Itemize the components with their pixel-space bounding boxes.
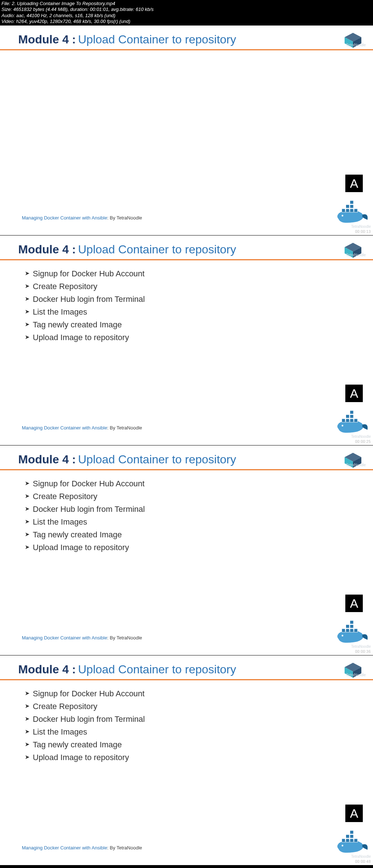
footer-link: Managing Docker Container with Ansible bbox=[22, 215, 107, 221]
list-item: Create Repository bbox=[25, 282, 373, 291]
timestamp: 00:00:36 bbox=[355, 650, 371, 654]
footer-by: : By TetraNoodle bbox=[107, 425, 142, 431]
slide-title: Module 4 : Upload Container to repositor… bbox=[0, 26, 373, 49]
bullet-list: Signup for Docker Hub Account Create Rep… bbox=[0, 260, 373, 342]
list-item: Signup for Docker Hub Account bbox=[25, 689, 373, 698]
svg-rect-17 bbox=[346, 419, 349, 422]
footer-line: Managing Docker Container with Ansible: … bbox=[22, 425, 142, 431]
title-text: Upload Container to repository bbox=[78, 453, 236, 466]
media-size-line: Size: 4651832 bytes (4.44 MiB), duration… bbox=[1, 7, 372, 12]
svg-rect-46 bbox=[350, 830, 353, 834]
slide-4: TetraNoodle Module 4 : Upload Container … bbox=[0, 655, 373, 865]
svg-rect-30 bbox=[350, 629, 353, 632]
watermark-text: TetraNoodle bbox=[346, 253, 366, 257]
ansible-logo-icon: A bbox=[345, 805, 363, 822]
svg-point-23 bbox=[342, 425, 343, 427]
list-item: Signup for Docker Hub Account bbox=[25, 269, 373, 279]
bullet-list: Signup for Docker Hub Account Create Rep… bbox=[0, 470, 373, 552]
docker-whale-icon bbox=[335, 406, 369, 435]
bullet-list: Signup for Docker Hub Account Create Rep… bbox=[0, 680, 373, 762]
media-info-block: File: 2. Uploading Container Image To Re… bbox=[0, 0, 373, 25]
svg-rect-8 bbox=[346, 205, 349, 208]
list-item: Upload Image to repository bbox=[25, 753, 373, 762]
slide-1: TetraNoodle Module 4 : Upload Container … bbox=[0, 25, 373, 235]
svg-rect-43 bbox=[354, 839, 357, 842]
list-item: Tag newly created Image bbox=[25, 530, 373, 540]
svg-rect-19 bbox=[354, 419, 357, 422]
svg-point-35 bbox=[342, 635, 343, 637]
slide-3: TetraNoodle Module 4 : Upload Container … bbox=[0, 445, 373, 655]
timestamp: 00:00:25 bbox=[355, 440, 371, 444]
svg-rect-22 bbox=[350, 410, 353, 414]
docker-whale-icon bbox=[335, 616, 369, 645]
list-item: List the Images bbox=[25, 307, 373, 317]
media-file-line: File: 2. Uploading Container Image To Re… bbox=[1, 1, 372, 7]
divider-line bbox=[0, 49, 373, 50]
watermark-br: TetraNoodle bbox=[351, 855, 371, 859]
watermark-br: TetraNoodle bbox=[351, 645, 371, 649]
slide-2: TetraNoodle Module 4 : Upload Container … bbox=[0, 235, 373, 445]
svg-rect-33 bbox=[350, 624, 353, 628]
footer-by: : By TetraNoodle bbox=[107, 845, 142, 851]
module-label: Module 4 : bbox=[18, 33, 76, 46]
svg-rect-16 bbox=[342, 419, 345, 422]
svg-rect-5 bbox=[346, 209, 349, 212]
list-item: Create Repository bbox=[25, 492, 373, 501]
svg-rect-20 bbox=[346, 414, 349, 418]
footer-by: : By TetraNoodle bbox=[107, 635, 142, 641]
svg-rect-29 bbox=[346, 629, 349, 632]
slide-title: Module 4 : Upload Container to repositor… bbox=[0, 445, 373, 469]
svg-rect-4 bbox=[342, 209, 345, 212]
watermark-br: TetraNoodle bbox=[351, 435, 371, 439]
footer-link: Managing Docker Container with Ansible bbox=[22, 845, 107, 851]
svg-rect-42 bbox=[350, 839, 353, 842]
media-video-line: Video: h264, yuv420p, 1280x720, 468 kb/s… bbox=[1, 19, 372, 24]
watermark-text: TetraNoodle bbox=[346, 463, 366, 467]
title-text: Upload Container to repository bbox=[78, 243, 236, 256]
footer-line: Managing Docker Container with Ansible: … bbox=[22, 635, 142, 641]
list-item: Docker Hub login from Terminal bbox=[25, 295, 373, 304]
list-item: List the Images bbox=[25, 517, 373, 527]
ansible-logo-icon: A bbox=[345, 385, 363, 402]
watermark-text: TetraNoodle bbox=[346, 43, 366, 47]
svg-rect-34 bbox=[350, 620, 353, 624]
svg-rect-44 bbox=[346, 834, 349, 838]
list-item: Create Repository bbox=[25, 702, 373, 711]
svg-rect-32 bbox=[346, 624, 349, 628]
list-item: Upload Image to repository bbox=[25, 543, 373, 552]
slide-title: Module 4 : Upload Container to repositor… bbox=[0, 236, 373, 259]
svg-rect-40 bbox=[342, 839, 345, 842]
footer-line: Managing Docker Container with Ansible: … bbox=[22, 845, 142, 851]
title-text: Upload Container to repository bbox=[78, 33, 236, 46]
svg-point-47 bbox=[342, 845, 343, 846]
list-item: List the Images bbox=[25, 727, 373, 737]
media-audio-line: Audio: aac, 44100 Hz, 2 channels, s16, 1… bbox=[1, 13, 372, 19]
docker-whale-icon bbox=[335, 196, 369, 225]
svg-rect-7 bbox=[354, 209, 357, 212]
watermark-br: TetraNoodle bbox=[351, 225, 371, 229]
module-label: Module 4 : bbox=[18, 663, 76, 676]
svg-rect-28 bbox=[342, 629, 345, 632]
footer-by: : By TetraNoodle bbox=[107, 215, 142, 221]
docker-whale-icon bbox=[335, 826, 369, 855]
watermark-text: TetraNoodle bbox=[346, 673, 366, 677]
svg-rect-9 bbox=[350, 205, 353, 208]
ansible-logo-icon: A bbox=[345, 175, 363, 192]
ansible-logo-icon: A bbox=[345, 595, 363, 612]
timestamp: 00:00:48 bbox=[355, 860, 371, 864]
footer-line: Managing Docker Container with Ansible: … bbox=[22, 215, 142, 221]
list-item: Upload Image to repository bbox=[25, 333, 373, 342]
list-item: Docker Hub login from Terminal bbox=[25, 505, 373, 514]
list-item: Signup for Docker Hub Account bbox=[25, 479, 373, 489]
svg-rect-21 bbox=[350, 414, 353, 418]
list-item: Tag newly created Image bbox=[25, 740, 373, 750]
list-item: Docker Hub login from Terminal bbox=[25, 715, 373, 724]
svg-rect-6 bbox=[350, 209, 353, 212]
title-text: Upload Container to repository bbox=[78, 663, 236, 676]
svg-point-11 bbox=[342, 215, 343, 217]
module-label: Module 4 : bbox=[18, 243, 76, 256]
timestamp: 00:00:13 bbox=[355, 230, 371, 234]
svg-rect-31 bbox=[354, 629, 357, 632]
svg-rect-18 bbox=[350, 419, 353, 422]
slide-title: Module 4 : Upload Container to repositor… bbox=[0, 655, 373, 679]
